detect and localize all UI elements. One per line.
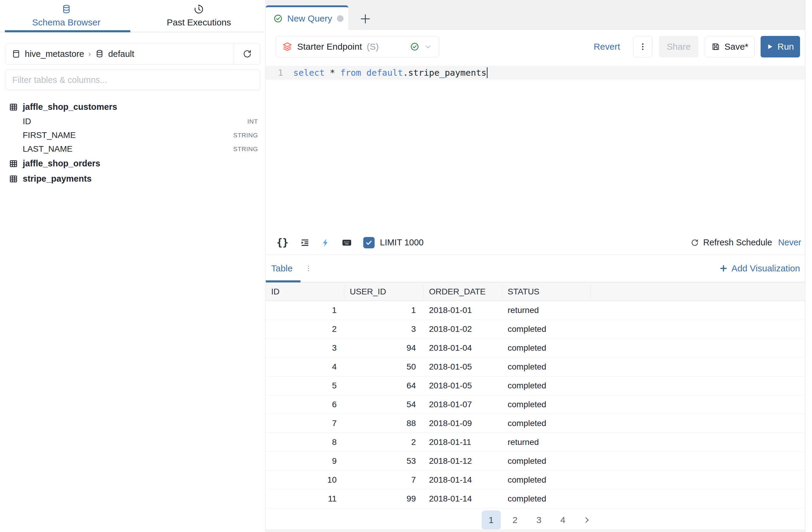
page-button-3[interactable]: 3 bbox=[530, 510, 549, 530]
table-cell-filler bbox=[591, 358, 812, 376]
indent-icon[interactable] bbox=[300, 238, 310, 248]
sql-editor[interactable]: 1 select * from default.stripe_payments bbox=[266, 66, 812, 230]
tab-label: Schema Browser bbox=[32, 17, 100, 28]
table-row: 5642018-01-05completed bbox=[266, 376, 812, 395]
query-header: Starter Endpoint (S) Revert Share bbox=[266, 30, 812, 64]
page-button-4[interactable]: 4 bbox=[553, 510, 572, 530]
more-actions-button[interactable] bbox=[633, 36, 652, 57]
new-tab-button[interactable] bbox=[359, 13, 372, 25]
table-cell: completed bbox=[502, 471, 591, 489]
table-tree-item[interactable]: stripe_payments bbox=[0, 171, 265, 186]
column-header-id[interactable]: ID bbox=[266, 282, 344, 301]
chevron-right-icon bbox=[583, 516, 591, 524]
column-type: STRING bbox=[233, 132, 258, 139]
query-tab-bar: New Query bbox=[266, 0, 812, 30]
table-name: stripe_payments bbox=[23, 174, 92, 184]
add-visualization-button[interactable]: Add Visualization bbox=[719, 263, 800, 274]
breadcrumb-catalog[interactable]: hive_metastore bbox=[25, 49, 84, 59]
breadcrumb: hive_metastore › default bbox=[5, 43, 260, 65]
unsaved-indicator-dot bbox=[337, 15, 344, 22]
share-button[interactable]: Share bbox=[659, 36, 698, 57]
table-cell-filler bbox=[591, 490, 812, 508]
table-cell: 2 bbox=[344, 433, 424, 451]
column-name: ID bbox=[23, 117, 31, 126]
vertical-scrollbar[interactable] bbox=[805, 0, 812, 532]
table-tab-menu-icon[interactable] bbox=[305, 265, 313, 272]
table-name: jaffle_shop_orders bbox=[23, 158, 100, 168]
chevron-down-icon bbox=[424, 42, 432, 51]
table-cell: completed bbox=[502, 339, 591, 357]
table-cell: 88 bbox=[344, 414, 424, 433]
run-button[interactable]: Run bbox=[760, 36, 800, 57]
column-tree-item[interactable]: LAST_NAMESTRING bbox=[0, 142, 265, 156]
tab-schema-browser[interactable]: Schema Browser bbox=[0, 0, 133, 32]
table-cell-filler bbox=[591, 301, 812, 320]
column-type: INT bbox=[247, 118, 258, 125]
table-cell: 1 bbox=[344, 301, 424, 320]
refresh-schedule-value[interactable]: Never bbox=[778, 238, 801, 248]
plus-bold-icon bbox=[719, 264, 728, 272]
tab-table[interactable]: Table bbox=[266, 255, 301, 282]
code-token: default bbox=[366, 68, 403, 78]
table-row: 232018-01-02completed bbox=[266, 320, 812, 339]
column-header-status[interactable]: STATUS bbox=[502, 282, 591, 301]
results-body: 112018-01-01returned232018-01-02complete… bbox=[266, 301, 812, 508]
editor-active-line: 1 select * from default.stripe_payments bbox=[266, 66, 812, 80]
table-cell: completed bbox=[502, 395, 591, 414]
refresh-schedule-label: Refresh Schedule bbox=[703, 238, 772, 248]
history-clock-icon bbox=[194, 4, 204, 14]
column-tree-item[interactable]: FIRST_NAMESTRING bbox=[0, 128, 265, 142]
table-cell: 2018-01-05 bbox=[424, 358, 502, 376]
table-cell-filler bbox=[591, 433, 812, 451]
query-tab-new-query[interactable]: New Query bbox=[266, 5, 348, 30]
lightning-icon[interactable] bbox=[321, 238, 330, 247]
table-row: 4502018-01-05completed bbox=[266, 358, 812, 376]
limit-checkbox[interactable] bbox=[363, 237, 375, 248]
table-cell: completed bbox=[502, 490, 591, 508]
next-page-button[interactable] bbox=[577, 510, 596, 530]
check-circle-icon bbox=[274, 14, 282, 23]
kebab-menu-icon bbox=[638, 42, 647, 51]
column-tree-item[interactable]: IDINT bbox=[0, 115, 265, 128]
table-cell: 6 bbox=[266, 395, 344, 414]
sidebar-tabs: Schema Browser Past Executions bbox=[0, 0, 265, 32]
table-tree-item[interactable]: jaffle_shop_orders bbox=[0, 156, 265, 171]
refresh-schema-button[interactable] bbox=[234, 43, 260, 64]
format-braces-icon[interactable]: {} bbox=[277, 237, 289, 248]
table-row: 822018-01-11returned bbox=[266, 433, 812, 452]
tab-past-executions[interactable]: Past Executions bbox=[133, 0, 265, 32]
revert-button[interactable]: Revert bbox=[594, 42, 620, 52]
save-button[interactable]: Save* bbox=[705, 36, 755, 57]
page-button-1[interactable]: 1 bbox=[482, 510, 501, 530]
table-cell-filler bbox=[591, 376, 812, 395]
column-name: LAST_NAME bbox=[23, 144, 73, 154]
table-row: 9532018-01-12completed bbox=[266, 452, 812, 471]
code-token: select bbox=[293, 68, 325, 78]
table-cell: 2018-01-05 bbox=[424, 376, 502, 395]
table-cell: 9 bbox=[266, 452, 344, 470]
filter-input[interactable] bbox=[5, 69, 260, 90]
table-row: 6542018-01-07completed bbox=[266, 395, 812, 414]
table-tree-item[interactable]: jaffle_shop_customers bbox=[0, 99, 265, 115]
endpoint-selector[interactable]: Starter Endpoint (S) bbox=[275, 36, 439, 57]
table-cell: 99 bbox=[344, 490, 424, 508]
breadcrumb-schema[interactable]: default bbox=[108, 49, 134, 59]
line-number: 1 bbox=[266, 68, 283, 78]
endpoint-size: (S) bbox=[367, 42, 379, 52]
code-content: select * from default.stripe_payments bbox=[293, 68, 487, 78]
query-editor-panel: New Query Starter Endpoint (S) bbox=[266, 0, 812, 532]
column-header-order_date[interactable]: ORDER_DATE bbox=[424, 282, 502, 301]
column-header-user_id[interactable]: USER_ID bbox=[344, 282, 424, 301]
code-token: .stripe_payments bbox=[403, 68, 487, 78]
table-cell: completed bbox=[502, 414, 591, 433]
schema-sidebar: Schema Browser Past Executions hive_meta… bbox=[0, 0, 265, 532]
pagination: 1234 bbox=[266, 508, 812, 532]
breadcrumb-path[interactable]: hive_metastore › default bbox=[5, 49, 234, 59]
page-button-2[interactable]: 2 bbox=[506, 510, 525, 530]
run-label: Run bbox=[777, 42, 794, 52]
play-icon bbox=[767, 43, 773, 50]
text-cursor bbox=[487, 67, 488, 78]
code-token: from bbox=[340, 68, 361, 78]
code-token bbox=[361, 68, 366, 78]
keyboard-icon[interactable] bbox=[342, 238, 352, 248]
